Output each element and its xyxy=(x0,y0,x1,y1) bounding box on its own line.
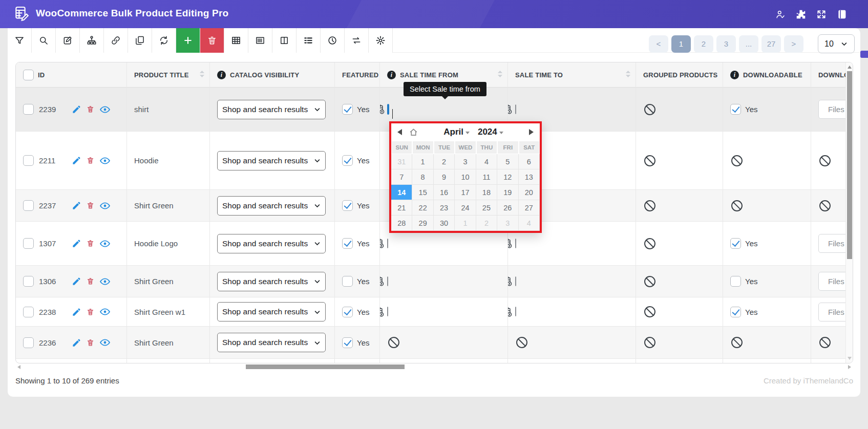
calendar-day[interactable]: 24 xyxy=(455,200,476,216)
toolbar-edit-button[interactable] xyxy=(56,28,80,53)
calendar-day[interactable]: 29 xyxy=(412,216,433,231)
view-row-icon[interactable] xyxy=(99,104,111,115)
toolbar-link-button[interactable] xyxy=(104,28,128,53)
user-check-icon[interactable] xyxy=(774,8,787,21)
column-header-title[interactable]: PRODUCT TITLE xyxy=(127,62,210,88)
page-button-1[interactable]: 1 xyxy=(671,35,691,53)
prev-page-button[interactable]: < xyxy=(649,35,668,53)
row-checkbox[interactable] xyxy=(23,200,34,211)
home-icon[interactable] xyxy=(409,128,418,137)
calendar-day[interactable]: 16 xyxy=(434,185,455,200)
sale-time-to-date-input[interactable] xyxy=(515,104,516,114)
scroll-left-arrow-icon[interactable] xyxy=(17,365,20,369)
page-button-3[interactable]: 3 xyxy=(716,35,736,53)
calendar-day[interactable]: 28 xyxy=(391,216,412,231)
horizontal-scroll-thumb[interactable] xyxy=(246,364,405,369)
toolbar-add-button[interactable] xyxy=(176,28,200,53)
calendar-day[interactable]: 20 xyxy=(519,185,540,200)
toolbar-settings-button[interactable] xyxy=(369,28,393,53)
view-row-icon[interactable] xyxy=(99,200,111,211)
downloadable-checkbox[interactable] xyxy=(730,238,741,249)
calendar-day[interactable]: 21 xyxy=(391,200,412,216)
calendar-day[interactable]: 17 xyxy=(455,185,476,200)
row-checkbox[interactable] xyxy=(23,238,34,249)
calendar-day-selected[interactable]: 14 xyxy=(391,185,412,200)
calendar-day[interactable]: 13 xyxy=(519,169,540,185)
catalog-visibility-select[interactable]: Shop and search results xyxy=(217,151,326,170)
page-button-2[interactable]: 2 xyxy=(694,35,713,53)
scroll-up-arrow-icon[interactable] xyxy=(848,66,852,69)
toolbar-meta-grid-button[interactable] xyxy=(248,28,272,53)
page-ellipsis[interactable]: ... xyxy=(739,35,758,53)
calendar-day[interactable]: 4 xyxy=(519,216,540,231)
sort-icon[interactable] xyxy=(199,70,205,80)
vertical-scrollbar[interactable] xyxy=(845,62,853,363)
toolbar-list-button[interactable] xyxy=(297,28,321,53)
calendar-day[interactable]: 15 xyxy=(412,185,433,200)
featured-checkbox[interactable] xyxy=(342,238,353,249)
sale-time-from-date-input[interactable] xyxy=(387,276,388,286)
calendar-day[interactable]: 3 xyxy=(497,216,518,231)
calendar-day[interactable]: 4 xyxy=(476,154,497,169)
toolbar-filter-button[interactable] xyxy=(8,28,32,53)
select-all-checkbox[interactable] xyxy=(23,70,34,80)
fullscreen-icon[interactable] xyxy=(815,8,828,21)
delete-row-icon[interactable] xyxy=(86,277,95,286)
delete-row-icon[interactable] xyxy=(86,308,95,316)
toolbar-refresh-button[interactable] xyxy=(152,28,176,53)
docs-icon[interactable] xyxy=(835,8,849,21)
calendar-day[interactable]: 10 xyxy=(455,169,476,185)
delete-row-icon[interactable] xyxy=(86,338,95,347)
year-selector[interactable]: 2024 xyxy=(478,127,503,137)
calendar-day[interactable]: 2 xyxy=(476,216,497,231)
edit-row-icon[interactable] xyxy=(72,201,81,210)
sale-time-to-date-input[interactable] xyxy=(515,276,516,286)
sale-time-from-date-input-focused[interactable] xyxy=(387,104,389,115)
toolbar-search-button[interactable] xyxy=(32,28,56,53)
edit-row-icon[interactable] xyxy=(72,239,81,248)
month-selector[interactable]: April xyxy=(443,127,470,137)
column-header-sale_to[interactable]: SALE TIME TO xyxy=(508,62,636,88)
row-checkbox[interactable] xyxy=(23,155,34,166)
catalog-visibility-select[interactable]: Shop and search results xyxy=(217,234,326,253)
delete-row-icon[interactable] xyxy=(86,105,95,114)
view-row-icon[interactable] xyxy=(99,238,111,249)
calendar-day[interactable]: 30 xyxy=(434,216,455,231)
downloadable-checkbox[interactable] xyxy=(730,276,741,287)
calendar-day[interactable]: 23 xyxy=(434,200,455,216)
vertical-scroll-thumb[interactable] xyxy=(847,71,852,259)
delete-row-icon[interactable] xyxy=(86,156,95,165)
sort-icon[interactable] xyxy=(625,70,631,80)
calendar-day[interactable]: 2 xyxy=(434,154,455,169)
sale-time-from-date-input[interactable] xyxy=(387,239,388,248)
catalog-visibility-select[interactable]: Shop and search results xyxy=(217,196,326,216)
featured-checkbox[interactable] xyxy=(342,337,353,348)
row-checkbox[interactable] xyxy=(23,307,34,317)
calendar-day[interactable]: 11 xyxy=(476,169,497,185)
downloadable-checkbox[interactable] xyxy=(730,104,741,115)
edit-row-icon[interactable] xyxy=(72,338,81,348)
catalog-visibility-select[interactable]: Shop and search results xyxy=(217,100,326,119)
horizontal-scrollbar[interactable] xyxy=(15,363,853,370)
plugin-icon[interactable] xyxy=(794,8,808,21)
calendar-day[interactable]: 6 xyxy=(519,154,540,169)
calendar-day[interactable]: 8 xyxy=(412,169,433,185)
calendar-day[interactable]: 7 xyxy=(391,169,412,185)
page-button-27[interactable]: 27 xyxy=(761,35,781,53)
prev-month-button[interactable] xyxy=(397,129,402,135)
catalog-visibility-select[interactable]: Shop and search results xyxy=(217,302,326,321)
calendar-day[interactable]: 5 xyxy=(497,154,518,169)
calendar-day[interactable]: 27 xyxy=(519,200,540,216)
edit-row-icon[interactable] xyxy=(72,104,81,114)
calendar-day[interactable]: 3 xyxy=(455,154,476,169)
edit-row-icon[interactable] xyxy=(72,156,81,165)
toolbar-table-button[interactable] xyxy=(224,28,248,53)
view-row-icon[interactable] xyxy=(99,155,111,166)
calendar-clear-icon[interactable] xyxy=(508,103,513,115)
sale-time-to-date-input[interactable] xyxy=(515,307,516,316)
catalog-visibility-select[interactable]: Shop and search results xyxy=(217,272,326,291)
sale-time-to-date-input[interactable] xyxy=(515,239,516,248)
downloadable-checkbox[interactable] xyxy=(730,307,741,317)
featured-checkbox[interactable] xyxy=(342,307,353,317)
view-row-icon[interactable] xyxy=(99,337,111,348)
